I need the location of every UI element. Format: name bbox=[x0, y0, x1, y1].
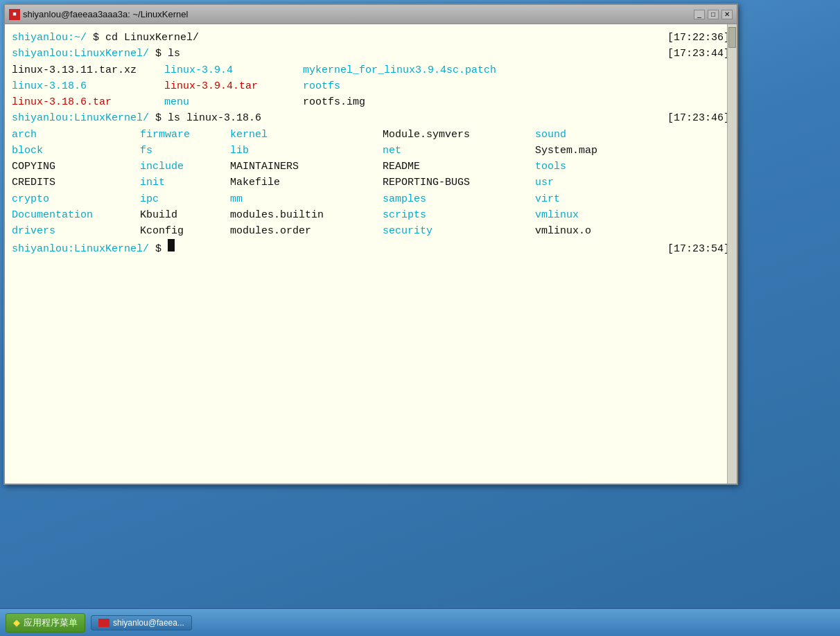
timestamp-3: [17:23:46] bbox=[667, 110, 730, 126]
lsk-29: scripts bbox=[383, 207, 535, 223]
lsk-17: init bbox=[140, 175, 230, 191]
lsk-1: arch bbox=[12, 127, 140, 143]
lsk-31: drivers bbox=[12, 223, 140, 239]
lsk-10: System.map bbox=[535, 143, 730, 159]
lsk-15: tools bbox=[535, 159, 730, 175]
lsk-11: COPYING bbox=[12, 159, 140, 175]
terminal-icon: ■ bbox=[9, 9, 20, 20]
scrollbar[interactable] bbox=[727, 24, 737, 484]
title-bar-left: ■ shiyanlou@faeeaa3aaa3a: ~/LinuxKernel bbox=[9, 9, 188, 20]
taskbar-terminal-icon bbox=[98, 619, 110, 627]
terminal-content[interactable]: shiyanlou:~/ $ cd LinuxKernel/ [17:22:36… bbox=[5, 24, 737, 484]
lsk-16: CREDITS bbox=[12, 175, 140, 191]
lsk-23: mm bbox=[230, 191, 383, 207]
lsk-35: vmlinux.o bbox=[535, 223, 730, 239]
lsk-32: Kconfig bbox=[140, 223, 230, 239]
prompt-path-2: :LinuxKernel/ bbox=[68, 46, 149, 62]
ls-file-2: linux-3.9.4 bbox=[164, 62, 303, 78]
scrollbar-thumb[interactable] bbox=[728, 27, 736, 48]
cursor bbox=[168, 239, 175, 251]
lsk-2: firmware bbox=[140, 127, 230, 143]
final-prompt-user: shiyanlou bbox=[12, 241, 68, 257]
lsk-9: net bbox=[383, 143, 535, 159]
maximize-button[interactable]: □ bbox=[708, 10, 719, 19]
lsk-30: vmlinux bbox=[535, 207, 730, 223]
ls-root-output: linux-3.13.11.tar.xz linux-3.9.4 mykerne… bbox=[12, 62, 730, 111]
lsk-19: REPORTING-BUGS bbox=[383, 175, 535, 191]
lsk-33: modules.order bbox=[230, 223, 383, 239]
prompt-sym-1: $ bbox=[87, 30, 105, 46]
ls-file-1: linux-3.13.11.tar.xz bbox=[12, 62, 164, 78]
timestamp-1: [17:22:36] bbox=[667, 30, 730, 46]
lsk-34: security bbox=[383, 223, 535, 239]
lsk-20: usr bbox=[535, 175, 730, 191]
command-2: ls bbox=[168, 46, 180, 62]
ls-file-6: rootfs bbox=[303, 78, 730, 94]
prompt-user-1: shiyanlou bbox=[12, 30, 68, 46]
prompt-sym-2: $ bbox=[149, 46, 168, 62]
taskbar-terminal-item[interactable]: shiyanlou@faeea... bbox=[91, 615, 192, 630]
lsk-28: modules.builtin bbox=[230, 207, 383, 223]
lsk-24: samples bbox=[383, 191, 535, 207]
taskbar-menu-icon: ◆ bbox=[13, 617, 20, 628]
title-bar: ■ shiyanlou@faeeaa3aaa3a: ~/LinuxKernel … bbox=[5, 5, 737, 24]
command-3: ls linux-3.18.6 bbox=[168, 110, 261, 126]
terminal-window: ■ shiyanlou@faeeaa3aaa3a: ~/LinuxKernel … bbox=[3, 3, 738, 485]
command-line-1: shiyanlou:~/ $ cd LinuxKernel/ [17:22:36… bbox=[12, 30, 730, 46]
lsk-21: crypto bbox=[12, 191, 140, 207]
lsk-25: virt bbox=[535, 191, 730, 207]
taskbar: ◆ 应用程序菜单 shiyanlou@faeea... bbox=[0, 608, 840, 636]
taskbar-menu-button[interactable]: ◆ 应用程序菜单 bbox=[6, 613, 85, 633]
final-prompt-sym: $ bbox=[149, 241, 168, 257]
ls-file-9: rootfs.img bbox=[303, 94, 730, 110]
lsk-22: ipc bbox=[140, 191, 230, 207]
final-prompt-path: :LinuxKernel/ bbox=[68, 241, 149, 257]
lsk-27: Kbuild bbox=[140, 207, 230, 223]
minimize-button[interactable]: _ bbox=[694, 10, 705, 19]
timestamp-final: [17:23:54] bbox=[667, 241, 730, 257]
final-prompt-line: shiyanlou:LinuxKernel/ $ [17:23:54] bbox=[12, 239, 730, 257]
desktop: ■ shiyanlou@faeeaa3aaa3a: ~/LinuxKernel … bbox=[0, 0, 840, 636]
prompt-path-3: :LinuxKernel/ bbox=[68, 110, 149, 126]
prompt-sym-3: $ bbox=[149, 110, 168, 126]
prompt-user-2: shiyanlou bbox=[12, 46, 68, 62]
timestamp-2: [17:23:44] bbox=[667, 46, 730, 62]
lsk-6: block bbox=[12, 143, 140, 159]
lsk-12: include bbox=[140, 159, 230, 175]
ls-file-5: linux-3.9.4.tar bbox=[164, 78, 303, 94]
lsk-18: Makefile bbox=[230, 175, 383, 191]
title-bar-title: shiyanlou@faeeaa3aaa3a: ~/LinuxKernel bbox=[23, 9, 188, 19]
ls-file-7: linux-3.18.6.tar bbox=[12, 94, 164, 110]
lsk-26: Documentation bbox=[12, 207, 140, 223]
ls-file-4: linux-3.18.6 bbox=[12, 78, 164, 94]
ls-file-8: menu bbox=[164, 94, 303, 110]
command-line-2: shiyanlou:LinuxKernel/ $ ls [17:23:44] bbox=[12, 46, 730, 62]
lsk-5: sound bbox=[535, 127, 730, 143]
lsk-3: kernel bbox=[230, 127, 383, 143]
lsk-13: MAINTAINERS bbox=[230, 159, 383, 175]
command-line-3: shiyanlou:LinuxKernel/ $ ls linux-3.18.6… bbox=[12, 110, 730, 126]
lsk-14: README bbox=[383, 159, 535, 175]
lsk-4: Module.symvers bbox=[383, 127, 535, 143]
ls-file-3: mykernel_for_linux3.9.4sc.patch bbox=[303, 62, 730, 78]
command-1: cd LinuxKernel/ bbox=[105, 30, 199, 46]
prompt-user-3: shiyanlou bbox=[12, 110, 68, 126]
prompt-path-1: :~/ bbox=[68, 30, 87, 46]
taskbar-terminal-label: shiyanlou@faeea... bbox=[113, 618, 184, 628]
title-bar-buttons: _ □ ✕ bbox=[694, 10, 733, 19]
close-button[interactable]: ✕ bbox=[721, 10, 733, 19]
lsk-7: fs bbox=[140, 143, 230, 159]
ls-kernel-output: arch firmware kernel Module.symvers soun… bbox=[12, 127, 730, 240]
lsk-8: lib bbox=[230, 143, 383, 159]
taskbar-menu-label: 应用程序菜单 bbox=[24, 617, 78, 629]
